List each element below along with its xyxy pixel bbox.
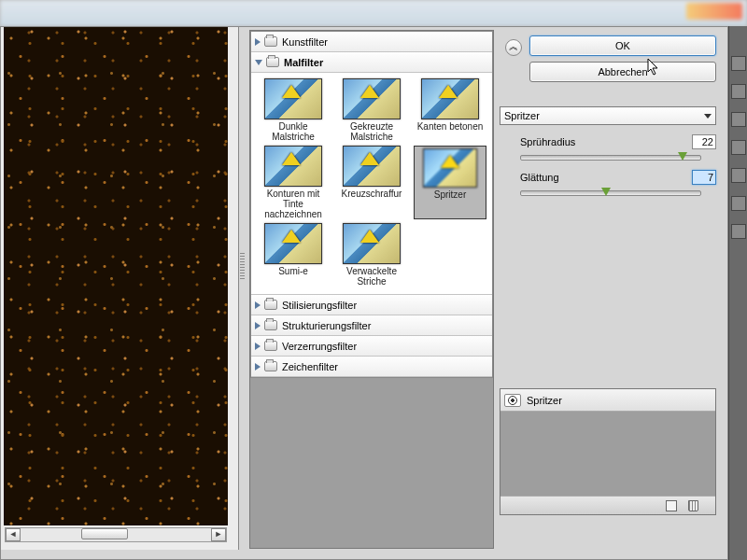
thumb-preview-icon bbox=[264, 146, 322, 187]
preview-texture bbox=[4, 27, 228, 525]
visibility-eye-icon[interactable] bbox=[504, 394, 521, 407]
category-label: Verzerrungsfilter bbox=[282, 341, 357, 352]
tool-icon[interactable] bbox=[731, 140, 746, 155]
thumb-gekreuzte-malstriche[interactable]: Gekreuzte Malstriche bbox=[335, 78, 408, 142]
category-label: Strukturierungsfilter bbox=[282, 320, 371, 331]
chevron-down-icon bbox=[704, 114, 712, 119]
ok-button[interactable]: OK bbox=[529, 35, 716, 56]
thumb-preview-icon bbox=[343, 78, 401, 119]
divider-grip-icon bbox=[240, 251, 245, 279]
settings-panel: ︽ OK Abbrechen Spritzer Sprühradius 22 bbox=[498, 30, 724, 549]
thumb-sumi-e[interactable]: Sumi-e bbox=[257, 223, 330, 287]
thumb-preview-icon bbox=[421, 78, 479, 119]
thumb-preview-icon bbox=[343, 146, 401, 187]
collapse-panel-button[interactable]: ︽ bbox=[505, 39, 522, 56]
thumb-label: Gekreuzte Malstriche bbox=[335, 121, 408, 142]
thumb-kanten-betonen[interactable]: Kanten betonen bbox=[414, 78, 486, 142]
window-title-bar bbox=[0, 0, 747, 26]
param-label: Sprühradius bbox=[520, 136, 575, 147]
thumb-preview-icon bbox=[264, 78, 322, 119]
slider-thumb-icon[interactable] bbox=[678, 152, 687, 161]
app-right-toolbar bbox=[728, 26, 747, 560]
folder-icon bbox=[264, 36, 277, 47]
category-label: Stilisierungsfilter bbox=[282, 300, 357, 311]
thumb-preview-icon bbox=[264, 223, 322, 264]
category-strukturierung[interactable]: Strukturierungsfilter bbox=[251, 315, 492, 336]
thumb-label: Dunkle Malstriche bbox=[257, 121, 330, 142]
category-label: Malfilter bbox=[284, 57, 323, 68]
panel-empty-area bbox=[250, 378, 493, 542]
malfilter-thumbnails: Dunkle Malstriche Gekreuzte Malstriche K… bbox=[251, 73, 492, 295]
thumb-label: Sumi-e bbox=[278, 266, 308, 287]
category-stilisierung[interactable]: Stilisierungsfilter bbox=[251, 295, 492, 315]
effect-layer-label: Spritzer bbox=[527, 395, 562, 406]
thumb-label: Kreuzschraffur bbox=[342, 189, 402, 209]
spray-radius-input[interactable]: 22 bbox=[692, 134, 716, 149]
folder-icon bbox=[264, 361, 277, 371]
dropdown-value: Spritzer bbox=[504, 110, 540, 121]
tool-icon[interactable] bbox=[731, 56, 746, 71]
tool-icon[interactable] bbox=[731, 196, 746, 211]
double-chevron-up-icon: ︽ bbox=[509, 41, 518, 51]
thumb-label: Spritzer bbox=[434, 189, 466, 210]
preview-panel: ◄ ► bbox=[1, 27, 239, 550]
thumb-dunkle-malstriche[interactable]: Dunkle Malstriche bbox=[257, 78, 330, 142]
thumb-label: Kanten betonen bbox=[417, 121, 484, 142]
category-verzerrung[interactable]: Verzerrungsfilter bbox=[251, 336, 492, 357]
category-label: Kunstfilter bbox=[282, 36, 328, 48]
expand-right-icon bbox=[255, 38, 261, 46]
thumb-verwackelte-striche[interactable]: Verwackelte Striche bbox=[335, 223, 408, 287]
effect-layers-panel: Spritzer bbox=[500, 388, 716, 515]
panel-divider[interactable] bbox=[239, 27, 247, 550]
folder-icon bbox=[264, 300, 277, 310]
tool-icon[interactable] bbox=[731, 112, 746, 127]
effect-layers-footer bbox=[500, 496, 715, 514]
tool-icon[interactable] bbox=[731, 224, 746, 239]
scroll-thumb[interactable] bbox=[81, 528, 128, 539]
thumb-label: Verwackelte Striche bbox=[335, 266, 408, 287]
preview-image[interactable] bbox=[4, 27, 228, 525]
scroll-track[interactable] bbox=[21, 528, 211, 541]
delete-effect-layer-button[interactable] bbox=[688, 500, 698, 511]
new-effect-layer-button[interactable] bbox=[666, 500, 677, 511]
expand-down-icon bbox=[255, 60, 262, 65]
expand-right-icon bbox=[255, 301, 261, 309]
cancel-button[interactable]: Abbrechen bbox=[529, 62, 716, 82]
param-smoothing: Glättung 7 bbox=[520, 172, 716, 196]
expand-right-icon bbox=[255, 343, 261, 350]
expand-right-icon bbox=[255, 363, 261, 371]
folder-icon bbox=[264, 320, 277, 330]
scroll-right-button[interactable]: ► bbox=[211, 528, 226, 541]
thumb-preview-icon bbox=[423, 148, 477, 188]
category-zeichen[interactable]: Zeichenfilter bbox=[251, 357, 492, 377]
param-label: Glättung bbox=[520, 172, 559, 183]
filter-select-dropdown[interactable]: Spritzer bbox=[500, 106, 716, 125]
effect-layer-row[interactable]: Spritzer bbox=[500, 389, 715, 412]
thumb-label: Konturen mit Tinte nachzeichnen bbox=[257, 189, 330, 219]
spray-radius-slider[interactable] bbox=[520, 155, 701, 161]
thumb-preview-icon bbox=[343, 223, 401, 264]
thumb-kreuzschraffur[interactable]: Kreuzschraffur bbox=[335, 146, 408, 219]
category-label: Zeichenfilter bbox=[282, 361, 338, 372]
preview-horizontal-scrollbar[interactable]: ◄ ► bbox=[5, 527, 227, 542]
folder-icon bbox=[264, 341, 277, 351]
scroll-left-button[interactable]: ◄ bbox=[6, 528, 21, 541]
filter-category-panel: Kunstfilter Malfilter Dunkle Malstriche bbox=[249, 30, 494, 549]
folder-icon bbox=[266, 57, 279, 67]
filter-gallery-dialog: ◄ ► Kunstfilter bbox=[0, 26, 728, 560]
slider-thumb-icon[interactable] bbox=[601, 188, 611, 196]
thumb-konturen-tinte[interactable]: Konturen mit Tinte nachzeichnen bbox=[257, 146, 330, 219]
tool-icon[interactable] bbox=[731, 84, 746, 99]
param-spray-radius: Sprühradius 22 bbox=[520, 136, 716, 161]
expand-right-icon bbox=[255, 322, 261, 329]
thumb-spritzer[interactable]: Spritzer bbox=[414, 146, 486, 219]
category-kunstfilter[interactable]: Kunstfilter bbox=[251, 32, 492, 52]
smoothing-slider[interactable] bbox=[520, 190, 701, 196]
tool-icon[interactable] bbox=[731, 168, 746, 183]
smoothing-input[interactable]: 7 bbox=[692, 170, 716, 185]
category-malfilter[interactable]: Malfilter bbox=[251, 52, 492, 73]
